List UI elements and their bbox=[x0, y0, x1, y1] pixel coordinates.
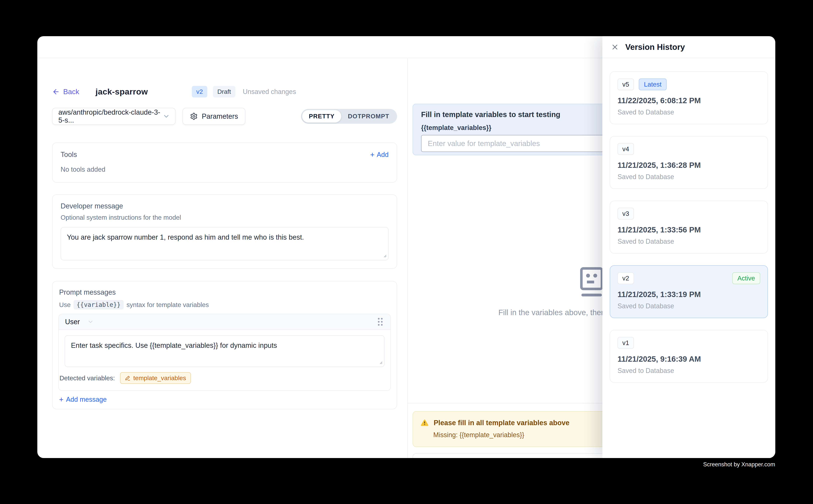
version-status: Saved to Database bbox=[618, 108, 760, 116]
version-item-v1[interactable]: v1 11/21/2025, 9:16:39 AM Saved to Datab… bbox=[610, 330, 768, 383]
add-tool-label: Add bbox=[377, 151, 389, 159]
version-status: Saved to Database bbox=[618, 302, 760, 310]
hint-suffix: syntax for template variables bbox=[126, 301, 209, 308]
status-badges: v2 Draft Unsaved changes bbox=[192, 86, 296, 97]
version-list: v5 Latest 11/22/2025, 6:08:12 PM Saved t… bbox=[602, 58, 775, 383]
active-badge: Active bbox=[732, 272, 760, 284]
version-status: Saved to Database bbox=[618, 238, 760, 245]
version-timestamp: 11/21/2025, 1:36:28 PM bbox=[618, 161, 760, 170]
chevron-down-icon bbox=[87, 318, 94, 325]
model-select-value: aws/anthropic/bedrock-claude-3-5-s... bbox=[58, 108, 162, 124]
latest-badge: Latest bbox=[639, 78, 667, 90]
version-status: Saved to Database bbox=[618, 367, 760, 375]
version-item-v5[interactable]: v5 Latest 11/22/2025, 6:08:12 PM Saved t… bbox=[610, 71, 768, 124]
parameters-label: Parameters bbox=[202, 112, 238, 120]
version-history-panel: Version History v5 Latest 11/22/2025, 6:… bbox=[602, 36, 775, 458]
prompt-messages-section: Prompt messages Use {{variable}} syntax … bbox=[52, 281, 397, 409]
view-mode-toggle: PRETTY DOTPROMPT bbox=[301, 109, 397, 124]
draft-badge: Draft bbox=[213, 86, 236, 97]
tools-title: Tools bbox=[61, 151, 77, 159]
developer-message-textarea[interactable]: You are jack sparrow number 1, respond a… bbox=[61, 227, 389, 260]
plus-icon: + bbox=[370, 151, 375, 158]
version-history-title: Version History bbox=[625, 42, 685, 52]
role-select-value: User bbox=[65, 318, 80, 326]
parameters-button[interactable]: Parameters bbox=[182, 108, 246, 125]
developer-message-section: Developer message Optional system instru… bbox=[52, 194, 397, 269]
robot-face-icon bbox=[578, 266, 605, 298]
hint-prefix: Use bbox=[59, 301, 71, 308]
screenshot-watermark: Screenshot by Xnapper.com bbox=[703, 461, 775, 468]
version-number-chip: v1 bbox=[618, 337, 634, 349]
prompt-messages-hint: Use {{variable}} syntax for template var… bbox=[59, 300, 390, 309]
screen: Back jack-sparrow v2 Draft Unsaved chang… bbox=[0, 0, 813, 504]
editor-header: Back jack-sparrow v2 Draft Unsaved chang… bbox=[52, 86, 397, 97]
prompt-editor-column: Back jack-sparrow v2 Draft Unsaved chang… bbox=[37, 59, 407, 458]
version-timestamp: 11/21/2025, 1:33:19 PM bbox=[618, 290, 760, 299]
detected-variable-name: template_variables bbox=[133, 374, 186, 382]
version-badge: v2 bbox=[192, 86, 207, 97]
back-button[interactable]: Back bbox=[52, 88, 79, 96]
version-item-v2[interactable]: v2 Active 11/21/2025, 1:33:19 PM Saved t… bbox=[610, 265, 768, 318]
tab-pretty[interactable]: PRETTY bbox=[302, 110, 341, 123]
pencil-icon bbox=[125, 375, 130, 381]
variable-syntax-chip: {{variable}} bbox=[73, 300, 123, 309]
page-title: jack-sparrow bbox=[95, 87, 148, 97]
version-item-v3[interactable]: v3 11/21/2025, 1:33:56 PM Saved to Datab… bbox=[610, 201, 768, 253]
developer-message-subtitle: Optional system instructions for the mod… bbox=[61, 214, 389, 221]
tools-section: Tools + Add No tools added bbox=[52, 143, 397, 183]
developer-message-title: Developer message bbox=[61, 202, 389, 210]
back-label: Back bbox=[63, 88, 79, 96]
version-number-chip: v2 bbox=[618, 272, 634, 284]
chevron-down-icon bbox=[162, 113, 170, 120]
tab-dotprompt[interactable]: DOTPROMPT bbox=[341, 110, 396, 123]
model-select[interactable]: aws/anthropic/bedrock-claude-3-5-s... bbox=[52, 108, 175, 125]
version-history-header: Version History bbox=[602, 36, 775, 58]
version-number-chip: v5 bbox=[618, 78, 634, 90]
version-number-chip: v3 bbox=[618, 208, 634, 220]
version-number-chip: v4 bbox=[618, 143, 634, 155]
add-message-button[interactable]: + Add message bbox=[59, 396, 107, 403]
plus-icon: + bbox=[59, 396, 63, 403]
add-tool-button[interactable]: + Add bbox=[370, 151, 389, 159]
detected-variables-label: Detected variables: bbox=[59, 374, 115, 382]
close-icon[interactable] bbox=[611, 43, 619, 51]
version-status: Saved to Database bbox=[618, 173, 760, 181]
unsaved-changes-label: Unsaved changes bbox=[243, 88, 296, 96]
model-toolbar: aws/anthropic/bedrock-claude-3-5-s... Pa… bbox=[52, 108, 397, 125]
prompt-message-textarea[interactable]: Enter task specifics. Use {{template_var… bbox=[65, 335, 385, 367]
arrow-left-icon bbox=[52, 88, 60, 96]
warning-title: Please fill in all template variables ab… bbox=[434, 419, 569, 427]
version-item-v4[interactable]: v4 11/21/2025, 1:36:28 PM Saved to Datab… bbox=[610, 136, 768, 189]
version-timestamp: 11/21/2025, 9:16:39 AM bbox=[618, 355, 760, 364]
detected-variable-chip[interactable]: template_variables bbox=[120, 372, 191, 384]
version-timestamp: 11/21/2025, 1:33:56 PM bbox=[618, 225, 760, 234]
detected-variables-row: Detected variables: template_variables bbox=[59, 367, 390, 390]
gear-icon bbox=[190, 112, 198, 120]
add-message-label: Add message bbox=[66, 396, 107, 403]
tools-empty-state: No tools added bbox=[61, 166, 389, 173]
drag-handle-icon[interactable] bbox=[376, 316, 384, 327]
prompt-message-block: User Enter task specifics. Use {{templat… bbox=[58, 314, 391, 391]
app-window: Back jack-sparrow v2 Draft Unsaved chang… bbox=[37, 36, 775, 458]
prompt-messages-title: Prompt messages bbox=[59, 288, 390, 296]
alert-triangle-icon bbox=[420, 419, 429, 427]
version-timestamp: 11/22/2025, 6:08:12 PM bbox=[618, 96, 760, 105]
role-select[interactable]: User bbox=[65, 318, 94, 326]
message-role-row: User bbox=[59, 314, 390, 330]
